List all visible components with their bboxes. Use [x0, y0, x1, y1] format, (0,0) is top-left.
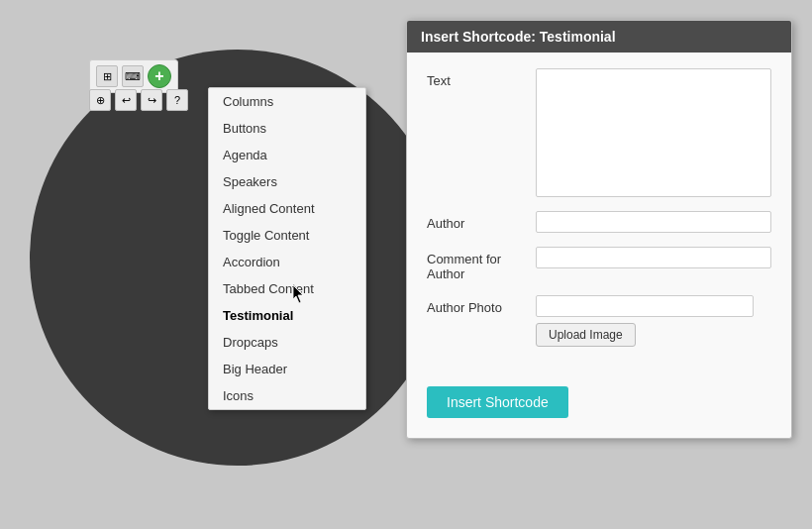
- menu-item-accordion[interactable]: Accordion: [209, 249, 365, 275]
- shortcode-dropdown-menu: Columns Buttons Agenda Speakers Aligned …: [208, 87, 366, 410]
- menu-item-dropcaps[interactable]: Dropcaps: [209, 329, 365, 356]
- add-icon[interactable]: +: [148, 64, 171, 88]
- text-textarea[interactable]: [536, 68, 771, 197]
- toolbar-row2: ⊕ ↩ ↪ ?: [89, 89, 188, 111]
- keyboard-icon[interactable]: ⌨: [122, 65, 144, 87]
- mouse-cursor: [293, 285, 305, 303]
- menu-item-testimonial[interactable]: Testimonial: [209, 302, 365, 329]
- comment-label: Comment for Author: [427, 247, 536, 281]
- author-input[interactable]: [536, 211, 771, 233]
- grid-icon[interactable]: ⊞: [96, 65, 118, 87]
- help-icon[interactable]: ?: [166, 89, 188, 111]
- menu-item-aligned-content[interactable]: Aligned Content: [209, 195, 365, 222]
- menu-item-columns[interactable]: Columns: [209, 88, 365, 115]
- menu-item-speakers[interactable]: Speakers: [209, 168, 365, 195]
- menu-item-toggle-content[interactable]: Toggle Content: [209, 222, 365, 249]
- menu-item-icons[interactable]: Icons: [209, 382, 365, 409]
- upload-image-button[interactable]: Upload Image: [536, 323, 636, 347]
- svg-marker-0: [293, 285, 303, 303]
- author-photo-controls: Upload Image: [536, 295, 754, 347]
- dialog-body: Text Author Comment for Author Author Ph…: [407, 53, 791, 376]
- author-photo-input[interactable]: [536, 295, 754, 317]
- redo-icon[interactable]: ↪: [141, 89, 162, 111]
- text-label: Text: [427, 68, 536, 88]
- author-field-row: Author: [427, 211, 771, 233]
- menu-item-buttons[interactable]: Buttons: [209, 115, 365, 142]
- author-photo-field-row: Author Photo Upload Image: [427, 295, 771, 347]
- text-field-row: Text: [427, 68, 771, 197]
- comment-input[interactable]: [536, 247, 771, 268]
- menu-item-agenda[interactable]: Agenda: [209, 142, 365, 168]
- dialog-footer: Insert Shortcode: [407, 376, 791, 438]
- author-label: Author: [427, 211, 536, 231]
- move-icon[interactable]: ⊕: [89, 89, 111, 111]
- author-photo-label: Author Photo: [427, 295, 536, 315]
- dialog-title: Insert Shortcode: Testimonial: [407, 21, 791, 53]
- menu-item-tabbed-content[interactable]: Tabbed Content: [209, 275, 365, 302]
- undo-icon[interactable]: ↩: [115, 89, 137, 111]
- toolbar-row1: ⊞ ⌨ +: [89, 59, 178, 93]
- comment-field-row: Comment for Author: [427, 247, 771, 281]
- insert-shortcode-dialog: Insert Shortcode: Testimonial Text Autho…: [406, 20, 792, 439]
- insert-shortcode-button[interactable]: Insert Shortcode: [427, 386, 568, 418]
- menu-item-big-header[interactable]: Big Header: [209, 356, 365, 382]
